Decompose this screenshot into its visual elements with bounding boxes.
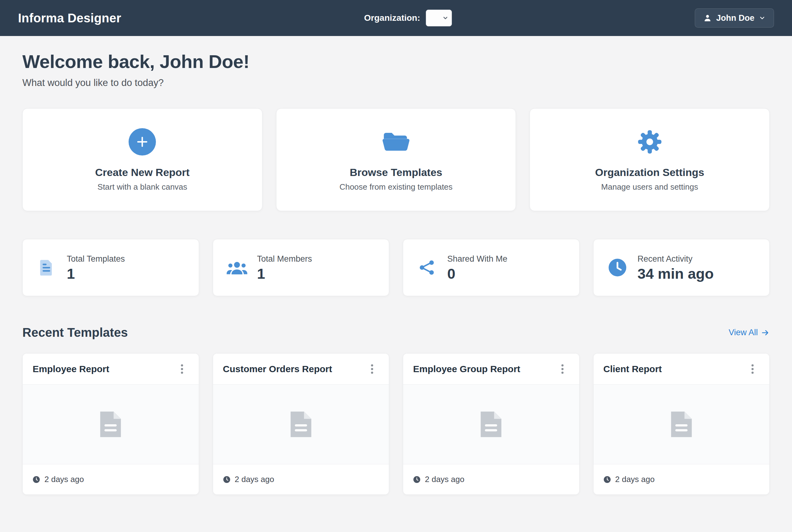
user-menu-button[interactable]: John Doe (695, 8, 774, 27)
page-subtitle: What would you like to do today? (22, 77, 770, 89)
action-title: Organization Settings (595, 166, 704, 178)
organization-settings-card[interactable]: Organization Settings Manage users and s… (530, 108, 770, 211)
template-card-footer: 2 days ago (593, 464, 770, 494)
action-subtitle: Start with a blank canvas (97, 182, 187, 192)
document-placeholder-icon (479, 410, 503, 439)
stat-label: Total Members (257, 254, 312, 264)
template-card-employee-report[interactable]: Employee Report (22, 353, 199, 495)
stats-row: Total Templates 1 Total Members 1 (22, 239, 770, 296)
template-title: Employee Report (33, 364, 109, 374)
clock-icon (33, 476, 40, 483)
template-card-footer: 2 days ago (213, 464, 389, 494)
stat-recent-activity: Recent Activity 34 min ago (593, 239, 770, 296)
template-timestamp: 2 days ago (425, 475, 464, 484)
stat-value: 1 (67, 266, 125, 281)
share-icon (416, 259, 438, 276)
recent-templates-header: Recent Templates View All (22, 326, 770, 340)
stat-shared-with-me: Shared With Me 0 (403, 239, 579, 296)
clock-icon (223, 476, 231, 483)
clock-icon (413, 476, 421, 483)
action-title: Browse Templates (350, 166, 442, 178)
stat-value: 34 min ago (638, 266, 714, 281)
template-timestamp: 2 days ago (615, 475, 655, 484)
user-icon (703, 14, 712, 22)
user-name: John Doe (716, 13, 754, 23)
document-placeholder-icon (98, 410, 123, 439)
clock-icon (604, 476, 611, 483)
template-preview (403, 384, 579, 464)
stat-label: Shared With Me (447, 254, 508, 264)
kebab-menu-icon[interactable] (556, 362, 569, 376)
kebab-menu-icon[interactable] (746, 362, 759, 376)
template-card-header: Employee Group Report (403, 354, 579, 384)
page-title: Welcome back, John Doe! (22, 51, 770, 72)
quick-actions: Create New Report Start with a blank can… (22, 108, 770, 211)
plus-circle-icon (129, 128, 156, 155)
template-timestamp: 2 days ago (235, 475, 274, 484)
stat-label: Total Templates (67, 254, 125, 264)
action-subtitle: Manage users and settings (601, 182, 698, 192)
stat-total-templates: Total Templates 1 (22, 239, 199, 296)
template-title: Customer Orders Report (223, 364, 332, 374)
users-icon (226, 259, 248, 276)
template-title: Client Report (604, 364, 662, 374)
template-card-header: Employee Report (23, 354, 199, 384)
stat-label: Recent Activity (638, 254, 714, 264)
section-title: Recent Templates (22, 326, 128, 340)
main-content: Welcome back, John Doe! What would you l… (0, 36, 792, 495)
template-card-header: Customer Orders Report (213, 354, 389, 384)
browse-templates-card[interactable]: Browse Templates Choose from existing te… (276, 108, 516, 211)
chevron-down-icon (759, 15, 766, 21)
stat-total-members: Total Members 1 (213, 239, 389, 296)
gear-icon (637, 129, 663, 155)
stat-value: 0 (447, 266, 508, 281)
templates-grid: Employee Report (22, 353, 770, 495)
chevron-down-icon (442, 15, 448, 21)
app-title: Informa Designer (18, 11, 121, 25)
create-new-report-card[interactable]: Create New Report Start with a blank can… (22, 108, 262, 211)
folder-open-icon (381, 129, 411, 154)
template-card-customer-orders-report[interactable]: Customer Orders Report (213, 353, 389, 495)
template-card-employee-group-report[interactable]: Employee Group Report (403, 353, 579, 495)
document-icon (36, 258, 57, 277)
template-card-footer: 2 days ago (403, 464, 579, 494)
organization-label: Organization: (364, 13, 420, 23)
template-preview (593, 384, 770, 464)
template-card-footer: 2 days ago (23, 464, 199, 494)
template-timestamp: 2 days ago (44, 475, 84, 484)
kebab-menu-icon[interactable] (365, 362, 379, 376)
template-card-header: Client Report (593, 354, 770, 384)
template-preview (213, 384, 389, 464)
app-header: Informa Designer Organization: John Doe (0, 0, 792, 36)
stat-value: 1 (257, 266, 312, 281)
action-subtitle: Choose from existing templates (339, 182, 453, 192)
template-card-client-report[interactable]: Client Report (593, 353, 770, 495)
clock-icon (607, 258, 628, 277)
arrow-right-icon (761, 328, 770, 337)
view-all-label: View All (729, 328, 758, 337)
document-placeholder-icon (669, 410, 694, 439)
kebab-menu-icon[interactable] (175, 362, 189, 376)
template-title: Employee Group Report (413, 364, 520, 374)
view-all-link[interactable]: View All (729, 328, 770, 337)
document-placeholder-icon (289, 410, 313, 439)
template-preview (23, 384, 199, 464)
organization-group: Organization: (121, 10, 695, 26)
organization-select[interactable] (426, 10, 452, 26)
action-title: Create New Report (95, 166, 189, 178)
